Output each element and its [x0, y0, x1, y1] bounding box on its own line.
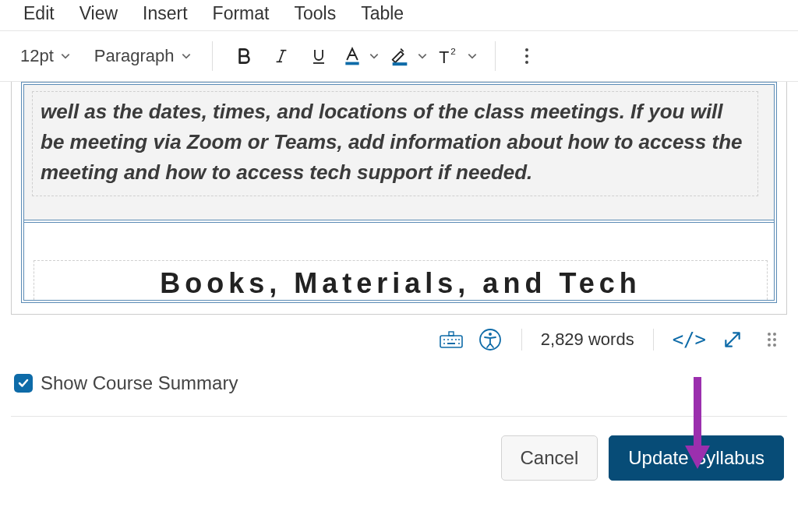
html-editor-toggle[interactable]: </>: [673, 329, 706, 351]
options-row: Show Course Summary: [0, 358, 798, 416]
font-size-value: 12pt: [20, 46, 54, 66]
superscript-button[interactable]: T 2: [434, 45, 481, 67]
svg-point-13: [443, 339, 445, 340]
accessibility-icon: [478, 328, 502, 351]
chevron-down-icon: [417, 51, 428, 62]
svg-point-18: [443, 343, 445, 344]
underline-button[interactable]: [302, 39, 336, 73]
menu-view[interactable]: View: [67, 3, 130, 24]
highlight-button[interactable]: [386, 44, 431, 68]
chevron-down-icon: [181, 51, 192, 62]
svg-point-9: [525, 55, 528, 58]
section-heading[interactable]: Books, Materials, and Tech: [34, 267, 767, 300]
grip-icon: [768, 333, 776, 347]
update-syllabus-button[interactable]: Update Syllabus: [609, 435, 784, 481]
editor-statusbar: 2,829 words </>: [0, 315, 798, 358]
svg-rect-4: [345, 62, 358, 65]
toolbar-separator: [212, 41, 213, 71]
table-divider: [24, 220, 774, 227]
heading-box: Books, Materials, and Tech: [34, 260, 768, 300]
font-color-button[interactable]: [339, 44, 383, 68]
bold-button[interactable]: [227, 39, 261, 73]
italic-button[interactable]: [264, 39, 298, 73]
fullscreen-button[interactable]: [720, 327, 745, 352]
menu-edit[interactable]: Edit: [11, 3, 67, 24]
block-format-select[interactable]: Paragraph: [88, 43, 198, 69]
svg-rect-11: [440, 336, 462, 347]
editor-toolbar: 12pt Paragraph T 2: [0, 31, 798, 82]
font-color-icon: [342, 44, 362, 68]
svg-text:2: 2: [450, 46, 456, 56]
italic-icon: [273, 46, 290, 66]
superscript-icon: T 2: [437, 45, 461, 67]
svg-point-20: [458, 343, 460, 344]
kebab-icon: [524, 47, 529, 65]
svg-point-17: [458, 339, 460, 340]
block-format-value: Paragraph: [94, 46, 175, 66]
svg-point-10: [525, 61, 528, 64]
bold-icon: [234, 46, 254, 66]
toolbar-separator: [495, 41, 496, 71]
menu-format[interactable]: Format: [200, 3, 282, 24]
svg-point-16: [455, 339, 457, 340]
chevron-down-icon: [60, 51, 71, 62]
svg-point-15: [451, 339, 453, 340]
svg-point-14: [447, 339, 449, 340]
svg-rect-19: [447, 343, 455, 344]
table-cell: Books, Materials, and Tech: [24, 227, 774, 300]
check-icon: [17, 377, 30, 389]
font-size-select[interactable]: 12pt: [14, 43, 77, 69]
accessibility-checker-button[interactable]: [478, 327, 503, 352]
underline-icon: [309, 45, 328, 67]
menu-table[interactable]: Table: [348, 3, 416, 24]
svg-point-22: [489, 333, 492, 336]
status-separator: [521, 329, 522, 351]
word-count: 2,829 words: [541, 329, 634, 350]
editor-content-area[interactable]: well as the dates, times, and locations …: [11, 82, 787, 315]
content-table: well as the dates, times, and locations …: [21, 82, 777, 303]
cancel-button[interactable]: Cancel: [501, 435, 598, 481]
keyboard-icon: [440, 331, 463, 348]
chevron-down-icon: [467, 51, 478, 62]
status-separator: [653, 329, 654, 351]
menu-insert[interactable]: Insert: [130, 3, 200, 24]
chevron-down-icon: [369, 51, 380, 62]
guidance-box: well as the dates, times, and locations …: [32, 91, 758, 196]
table-cell: well as the dates, times, and locations …: [24, 85, 774, 220]
guidance-text[interactable]: well as the dates, times, and locations …: [41, 97, 750, 188]
svg-point-8: [525, 48, 528, 51]
highlighter-icon: [389, 44, 411, 68]
show-summary-label: Show Course Summary: [41, 372, 238, 394]
expand-icon: [722, 329, 743, 350]
action-buttons: Cancel Update Syllabus: [0, 417, 798, 481]
show-summary-checkbox[interactable]: [14, 374, 33, 393]
more-options-button[interactable]: [510, 39, 544, 73]
menu-tools[interactable]: Tools: [281, 3, 348, 24]
editor-menubar: Edit View Insert Format Tools Table: [0, 0, 798, 31]
keyboard-shortcuts-button[interactable]: [439, 327, 464, 352]
svg-text:T: T: [439, 48, 449, 67]
resize-handle[interactable]: [759, 327, 784, 352]
svg-line-2: [279, 51, 284, 62]
svg-rect-5: [392, 62, 407, 65]
